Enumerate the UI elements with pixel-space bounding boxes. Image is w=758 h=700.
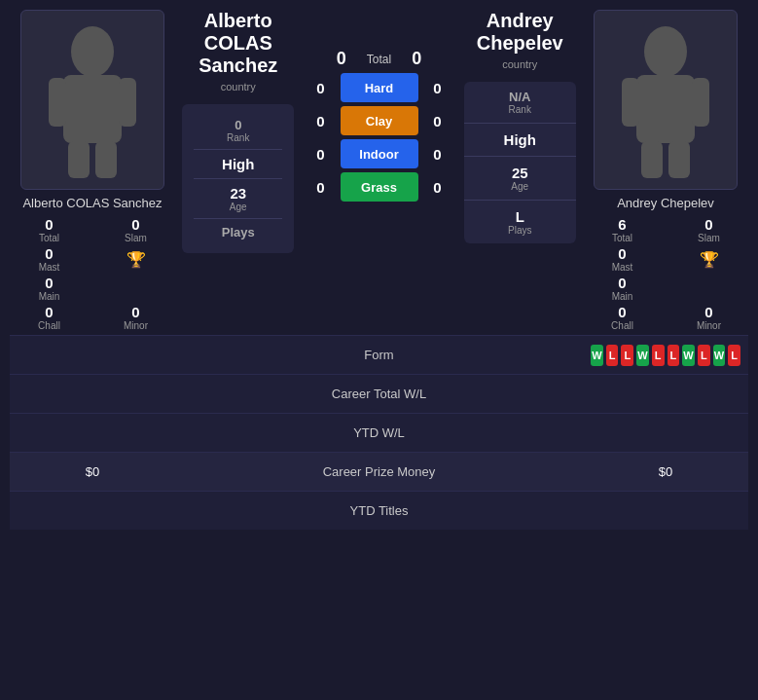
- grass-row: 0 Grass 0: [311, 172, 448, 202]
- svg-rect-7: [636, 75, 695, 143]
- player2-silhouette: [617, 22, 714, 178]
- svg-rect-3: [119, 78, 136, 127]
- player1-rank-row: 0 Rank: [194, 112, 282, 150]
- form-badge-l: L: [652, 345, 665, 366]
- player2-middle: Andrey Chepelev country N/A Rank High 25…: [457, 10, 584, 331]
- hard-btn: Hard: [341, 73, 418, 102]
- player1-slam: 0 Slam: [96, 216, 175, 243]
- clay-btn: Clay: [341, 106, 418, 135]
- career-prize-row: $0 Career Prize Money $0: [10, 452, 748, 491]
- player2-total: 6 Total: [583, 216, 662, 243]
- player2-chall: 0 Chall: [583, 304, 662, 331]
- player1-middle: Alberto COLAS Sanchez country 0 Rank Hig…: [175, 10, 302, 331]
- svg-rect-1: [63, 75, 122, 143]
- total-row: 0 Total 0: [332, 49, 426, 69]
- svg-rect-8: [622, 78, 639, 127]
- player1-card: Alberto COLAS Sanchez 0 Total 0 Slam 0 M…: [10, 10, 175, 331]
- player2-mast: 0 Mast: [583, 245, 662, 273]
- ytd-wl-label: YTD W/L: [175, 418, 583, 448]
- career-total-right: [583, 387, 748, 402]
- form-badge-l: L: [606, 345, 619, 366]
- svg-rect-2: [49, 78, 66, 127]
- career-total-row: Career Total W/L: [10, 374, 748, 413]
- career-prize-left: $0: [10, 457, 175, 487]
- form-badge-l: L: [621, 345, 633, 366]
- player2-photo: [594, 10, 738, 190]
- player2-high-row: High: [464, 124, 576, 157]
- ytd-titles-label: YTD Titles: [175, 496, 583, 526]
- form-label: Form: [175, 340, 583, 370]
- form-badge-l: L: [698, 345, 710, 366]
- player1-total: 0 Total: [10, 216, 89, 243]
- trophy-icon: 🏆: [126, 250, 146, 269]
- player1-main: 0 Main: [10, 275, 89, 302]
- player1-minor: 0 Minor: [96, 304, 175, 331]
- svg-rect-10: [641, 141, 663, 178]
- hard-row: 0 Hard 0: [311, 73, 448, 102]
- center-column: 0 Total 0 0 Hard 0 0 Clay 0 0 Indoor 0 0: [302, 10, 457, 331]
- ytd-titles-right: [583, 503, 748, 519]
- ytd-titles-left: [10, 503, 175, 519]
- player2-name: Andrey Chepelev: [617, 196, 714, 210]
- player1-title: Alberto COLAS Sanchez: [175, 10, 302, 77]
- player1-name: Alberto COLAS Sanchez: [22, 196, 162, 210]
- player1-age-row: 23 Age: [194, 179, 282, 219]
- form-badge-l: L: [728, 345, 740, 366]
- player2-plays-row: L Plays: [464, 201, 576, 243]
- player1-stats: 0 Total 0 Slam 0 Mast 🏆 0 Main: [10, 216, 175, 331]
- player2-slam: 0 Slam: [669, 216, 748, 243]
- form-badge-l: L: [668, 345, 680, 366]
- player1-plays-row: Plays: [194, 219, 282, 245]
- career-total-left: [10, 387, 175, 402]
- ytd-wl-left: [10, 425, 175, 441]
- comparison-row: Alberto COLAS Sanchez 0 Total 0 Slam 0 M…: [10, 10, 748, 331]
- clay-row: 0 Clay 0: [311, 106, 448, 135]
- player2-rank-row: N/A Rank: [464, 82, 576, 124]
- player2-trophy-icon: 🏆: [700, 250, 719, 269]
- career-prize-right: $0: [583, 457, 748, 487]
- form-badges-container: WLLWLLWLWL: [583, 337, 748, 374]
- info-rows: Form WLLWLLWLWL Career Total W/L YTD W/L…: [10, 335, 748, 530]
- player1-stats-box: 0 Rank High 23 Age Plays: [182, 104, 294, 253]
- form-badge-w: W: [636, 345, 649, 366]
- player2-country: country: [502, 58, 537, 70]
- form-badges: WLLWLLWLWL: [591, 345, 740, 366]
- svg-rect-9: [692, 78, 709, 127]
- svg-rect-4: [68, 141, 90, 178]
- player2-title: Andrey Chepelev: [457, 10, 584, 55]
- player1-silhouette: [44, 22, 141, 178]
- indoor-row: 0 Indoor 0: [311, 139, 448, 168]
- player1-country: country: [221, 81, 256, 92]
- main-container: Alberto COLAS Sanchez 0 Total 0 Slam 0 M…: [0, 0, 758, 539]
- svg-rect-5: [95, 141, 117, 178]
- career-total-label: Career Total W/L: [175, 379, 583, 409]
- player1-chall: 0 Chall: [10, 304, 89, 331]
- svg-point-6: [644, 26, 687, 77]
- player1-high-row: High: [194, 150, 282, 179]
- player1-mast: 0 Mast: [10, 245, 89, 273]
- player2-main: 0 Main: [583, 275, 662, 302]
- ytd-titles-row: YTD Titles: [10, 491, 748, 530]
- player2-minor: 0 Minor: [669, 304, 748, 331]
- player1-photo: [20, 10, 164, 190]
- form-row: Form WLLWLLWLWL: [10, 335, 748, 374]
- player2-card: Andrey Chepelev 6 Total 0 Slam 0 Mast 🏆: [583, 10, 748, 331]
- ytd-wl-row: YTD W/L: [10, 413, 748, 452]
- svg-point-0: [71, 26, 114, 77]
- player2-stats: 6 Total 0 Slam 0 Mast 🏆 0 Main: [583, 216, 748, 331]
- ytd-wl-right: [583, 425, 748, 441]
- form-badge-w: W: [591, 345, 603, 366]
- form-left: [10, 348, 175, 363]
- grass-btn: Grass: [341, 172, 418, 202]
- svg-rect-11: [668, 141, 690, 178]
- player2-stats-box: N/A Rank High 25 Age L Plays: [464, 82, 576, 243]
- career-prize-label: Career Prize Money: [175, 457, 583, 487]
- form-badge-w: W: [682, 345, 695, 366]
- indoor-btn: Indoor: [341, 139, 418, 168]
- form-badge-w: W: [713, 345, 726, 366]
- player2-age-row: 25 Age: [464, 157, 576, 201]
